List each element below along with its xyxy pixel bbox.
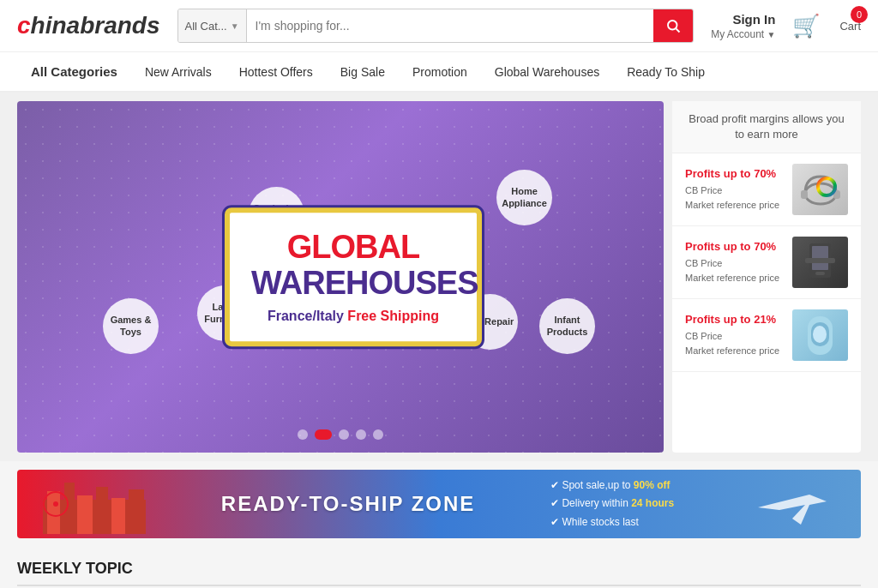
side-item-2-profit: Profits up to 70% bbox=[685, 240, 784, 253]
banner-dot-3[interactable] bbox=[339, 429, 349, 440]
nav-global-warehouses[interactable]: Global Warehouses bbox=[481, 53, 613, 91]
headphones-svg bbox=[797, 168, 844, 211]
rts-city-graphic bbox=[43, 474, 146, 534]
weekly-title: WEEKLY TOPIC bbox=[17, 560, 861, 578]
banner-subtitle: France/Italy Free Shipping bbox=[251, 309, 455, 324]
dropdown-arrow-icon: ▼ bbox=[231, 21, 239, 31]
cart-badge: 0 bbox=[851, 6, 868, 23]
banner-dot-1[interactable] bbox=[298, 429, 308, 440]
banner-dots bbox=[298, 429, 383, 440]
side-item-3-price: CB Price Market reference price bbox=[685, 329, 784, 357]
banner-area: Gardening Tools Home Appliance Games & T… bbox=[17, 101, 664, 453]
rts-left bbox=[43, 474, 146, 534]
cart-icon: 🛒 bbox=[792, 13, 820, 39]
nav-new-arrivals[interactable]: New Arrivals bbox=[131, 53, 226, 91]
weekly-section: WEEKLY TOPIC bbox=[0, 547, 878, 588]
svg-rect-9 bbox=[805, 258, 835, 263]
side-item-3-cb-price: CB Price bbox=[685, 331, 722, 341]
side-item-3-text: Profits up to 21% CB Price Market refere… bbox=[685, 313, 784, 357]
face-device-svg bbox=[801, 312, 839, 359]
nav-big-sale[interactable]: Big Sale bbox=[327, 53, 399, 91]
banner-dot-5[interactable] bbox=[373, 429, 383, 440]
nav-promotion[interactable]: Promotion bbox=[399, 53, 481, 91]
side-panel-item-3[interactable]: Profits up to 21% CB Price Market refere… bbox=[672, 299, 861, 372]
rts-feature-1-text: ✔ Spot sale,up to bbox=[550, 479, 630, 491]
svg-point-12 bbox=[813, 326, 827, 343]
svg-rect-8 bbox=[815, 272, 825, 275]
svg-rect-18 bbox=[111, 498, 125, 534]
banner-text-box: GLOBAL WAREHOUSES France/Italy Free Ship… bbox=[225, 207, 482, 346]
banner-free-shipping: Free Shipping bbox=[347, 309, 439, 323]
svg-rect-3 bbox=[801, 190, 808, 199]
svg-point-0 bbox=[668, 21, 677, 30]
logo: c hinabrands bbox=[17, 12, 160, 39]
category-label: All Cat... bbox=[185, 20, 227, 33]
logo-text: hinabrands bbox=[31, 12, 160, 39]
side-item-2-cb-price: CB Price bbox=[685, 258, 722, 268]
header-right: Sign In My Account ▼ 🛒 0 Cart bbox=[711, 12, 861, 40]
header: c hinabrands All Cat... ▼ Sign In My Acc… bbox=[0, 0, 878, 52]
hero-banner[interactable]: Gardening Tools Home Appliance Games & T… bbox=[17, 101, 664, 453]
svg-rect-15 bbox=[64, 483, 75, 534]
banner-title-line1: GLOBAL bbox=[251, 230, 455, 266]
svg-rect-19 bbox=[129, 489, 144, 534]
rts-feature-2-highlight: 24 hours bbox=[631, 497, 674, 509]
rts-feature-1-highlight: 90% off bbox=[634, 479, 671, 491]
banner-content: Gardening Tools Home Appliance Games & T… bbox=[17, 101, 664, 453]
logo-c: c bbox=[17, 12, 31, 39]
side-panel-item-2[interactable]: Profits up to 70% CB Price Market refere… bbox=[672, 226, 861, 299]
side-panel-item-1[interactable]: Profits up to 70% CB Price Market refere… bbox=[672, 153, 861, 226]
my-account-dropdown[interactable]: My Account ▼ bbox=[711, 28, 775, 40]
side-item-1-image bbox=[792, 164, 848, 215]
svg-rect-17 bbox=[96, 487, 108, 534]
cart-area[interactable]: 🛒 0 Cart bbox=[792, 13, 861, 39]
side-item-2-price: CB Price Market reference price bbox=[685, 256, 784, 285]
banner-home-label: Home Appliance bbox=[496, 170, 552, 225]
banner-games-label: Games & Toys bbox=[103, 298, 159, 354]
category-dropdown[interactable]: All Cat... ▼ bbox=[178, 9, 247, 42]
my-account-label: My Account bbox=[711, 28, 764, 40]
banner-title-line2: WAREHOUSES bbox=[251, 266, 455, 302]
side-item-2-text: Profits up to 70% CB Price Market refere… bbox=[685, 240, 784, 285]
search-button[interactable] bbox=[653, 9, 693, 42]
svg-rect-14 bbox=[47, 491, 60, 534]
side-item-3-image bbox=[792, 309, 848, 361]
banner-country: France/Italy bbox=[268, 309, 344, 323]
side-panel: Broad profit margins allows you to earn … bbox=[672, 101, 861, 453]
rts-zone-label: READY-TO-SHIP ZONE bbox=[221, 492, 475, 516]
navigation: All Categories New Arrivals Hottest Offe… bbox=[0, 52, 878, 93]
search-bar: All Cat... ▼ bbox=[177, 9, 695, 43]
nav-hottest-offers[interactable]: Hottest Offers bbox=[226, 53, 327, 91]
side-item-1-market-price: Market reference price bbox=[685, 200, 779, 210]
nav-ready-to-ship[interactable]: Ready To Ship bbox=[613, 53, 719, 91]
sign-in-label: Sign In bbox=[711, 12, 775, 27]
nav-all-categories[interactable]: All Categories bbox=[17, 52, 131, 91]
banner-infant-label: Infant Products bbox=[539, 298, 595, 354]
rts-feature-2-text: ✔ Delivery within bbox=[550, 497, 628, 509]
side-item-1-text: Profits up to 70% CB Price Market refere… bbox=[685, 167, 784, 212]
account-arrow-icon: ▼ bbox=[767, 30, 776, 39]
rts-banner[interactable]: READY-TO-SHIP ZONE ✔ Spot sale,up to 90%… bbox=[17, 470, 861, 538]
plane-svg bbox=[749, 477, 835, 529]
side-panel-header: Broad profit margins allows you to earn … bbox=[672, 101, 861, 153]
main-content: Gardening Tools Home Appliance Games & T… bbox=[0, 93, 878, 461]
plane-icon bbox=[749, 477, 835, 531]
side-item-1-cb-price: CB Price bbox=[685, 185, 722, 195]
sign-in-area[interactable]: Sign In My Account ▼ bbox=[711, 12, 775, 40]
rts-features: ✔ Spot sale,up to 90% off ✔ Delivery wit… bbox=[550, 477, 674, 532]
rts-feature-2: ✔ Delivery within 24 hours bbox=[550, 495, 674, 513]
side-item-3-market-price: Market reference price bbox=[685, 345, 779, 356]
side-item-1-price: CB Price Market reference price bbox=[685, 183, 784, 212]
rts-feature-1: ✔ Spot sale,up to 90% off bbox=[550, 477, 674, 495]
city-svg bbox=[43, 474, 146, 534]
side-item-2-image bbox=[792, 237, 848, 288]
device-svg bbox=[797, 239, 844, 286]
banner-dot-4[interactable] bbox=[356, 429, 366, 440]
search-input[interactable] bbox=[247, 9, 654, 42]
svg-rect-16 bbox=[77, 495, 93, 534]
svg-point-21 bbox=[53, 501, 58, 507]
rts-feature-3: ✔ While stocks last bbox=[550, 513, 674, 532]
side-item-2-market-price: Market reference price bbox=[685, 273, 779, 283]
banner-dot-2[interactable] bbox=[315, 429, 332, 440]
side-item-3-profit: Profits up to 21% bbox=[685, 313, 784, 326]
